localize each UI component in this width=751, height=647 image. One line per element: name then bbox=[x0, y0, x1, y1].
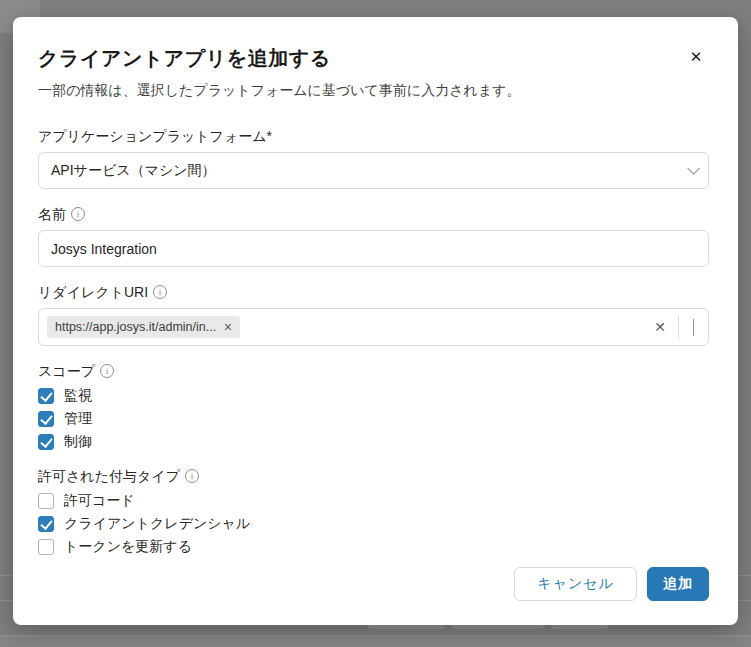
redirect-uri-multiselect[interactable]: https://app.josys.it/admin/in... ✕ ✕ bbox=[38, 308, 709, 346]
grant-option-refresh-token[interactable]: トークンを更新する bbox=[38, 537, 709, 556]
add-button[interactable]: 追加 bbox=[647, 567, 709, 601]
checkbox-icon[interactable] bbox=[38, 493, 54, 509]
checkbox-icon[interactable] bbox=[38, 516, 54, 532]
redirect-uri-tag-text: https://app.josys.it/admin/in... bbox=[55, 320, 216, 334]
grant-types-options: 許可コード クライアントクレデンシャル トークンを更新する bbox=[38, 491, 709, 556]
scope-option-manage[interactable]: 管理 bbox=[38, 409, 709, 428]
scopes-label-text: スコープ bbox=[38, 361, 95, 381]
checkbox-label: 管理 bbox=[64, 410, 92, 428]
checkbox-label: 監視 bbox=[64, 387, 92, 405]
chevron-down-icon bbox=[687, 162, 700, 175]
dialog-subtitle: 一部の情報は、選択したプラットフォームに基づいて事前に入力されます。 bbox=[38, 80, 709, 100]
name-input[interactable] bbox=[38, 230, 709, 267]
name-label: 名前 i bbox=[38, 204, 709, 224]
background-page-fragment bbox=[0, 636, 751, 647]
info-icon: i bbox=[100, 364, 114, 378]
redirect-uri-label-text: リダイレクトURI bbox=[38, 282, 148, 302]
grant-option-client-credentials[interactable]: クライアントクレデンシャル bbox=[38, 514, 709, 533]
clear-icon[interactable]: ✕ bbox=[642, 320, 678, 334]
grant-types-label-text: 許可された付与タイプ bbox=[38, 466, 180, 486]
platform-label-text: アプリケーションプラットフォーム* bbox=[38, 126, 272, 146]
checkbox-label: トークンを更新する bbox=[64, 538, 192, 556]
grant-option-auth-code[interactable]: 許可コード bbox=[38, 491, 709, 510]
checkbox-label: 許可コード bbox=[64, 492, 135, 510]
platform-select[interactable]: APIサービス（マシン間） bbox=[38, 152, 709, 189]
name-field-group: 名前 i bbox=[38, 204, 709, 267]
scope-option-monitor[interactable]: 監視 bbox=[38, 386, 709, 405]
remove-tag-icon[interactable]: ✕ bbox=[223, 322, 232, 333]
close-icon[interactable]: ✕ bbox=[684, 45, 708, 69]
info-icon: i bbox=[185, 469, 199, 483]
grant-types-field-group: 許可された付与タイプ i 許可コード クライアントクレデンシャル トークンを更新… bbox=[38, 466, 709, 556]
platform-field-group: アプリケーションプラットフォーム* APIサービス（マシン間） bbox=[38, 126, 709, 189]
redirect-uri-label: リダイレクトURI i bbox=[38, 282, 709, 302]
dialog-footer: キャンセル 追加 bbox=[38, 567, 709, 601]
scopes-field-group: スコープ i 監視 管理 制御 bbox=[38, 361, 709, 451]
redirect-uri-field-group: リダイレクトURI i https://app.josys.it/admin/i… bbox=[38, 282, 709, 346]
platform-label: アプリケーションプラットフォーム* bbox=[38, 126, 709, 146]
scopes-label: スコープ i bbox=[38, 361, 709, 381]
checkbox-label: クライアントクレデンシャル bbox=[64, 515, 250, 533]
scopes-options: 監視 管理 制御 bbox=[38, 386, 709, 451]
name-label-text: 名前 bbox=[38, 204, 66, 224]
checkbox-icon[interactable] bbox=[38, 539, 54, 555]
chevron-down-icon[interactable] bbox=[679, 319, 698, 335]
checkbox-label: 制御 bbox=[64, 433, 92, 451]
info-icon: i bbox=[153, 285, 167, 299]
cancel-button[interactable]: キャンセル bbox=[514, 567, 637, 601]
multiselect-controls: ✕ bbox=[642, 309, 698, 345]
redirect-uri-tag: https://app.josys.it/admin/in... ✕ bbox=[47, 316, 240, 338]
dialog-title: クライアントアプリを追加する bbox=[38, 45, 709, 71]
add-client-app-dialog: ✕ クライアントアプリを追加する 一部の情報は、選択したプラットフォームに基づい… bbox=[13, 17, 738, 625]
platform-selected-value: APIサービス（マシン間） bbox=[51, 162, 216, 180]
checkbox-icon[interactable] bbox=[38, 411, 54, 427]
info-icon: i bbox=[71, 207, 85, 221]
checkbox-icon[interactable] bbox=[38, 434, 54, 450]
grant-types-label: 許可された付与タイプ i bbox=[38, 466, 709, 486]
scope-option-control[interactable]: 制御 bbox=[38, 432, 709, 451]
checkbox-icon[interactable] bbox=[38, 388, 54, 404]
